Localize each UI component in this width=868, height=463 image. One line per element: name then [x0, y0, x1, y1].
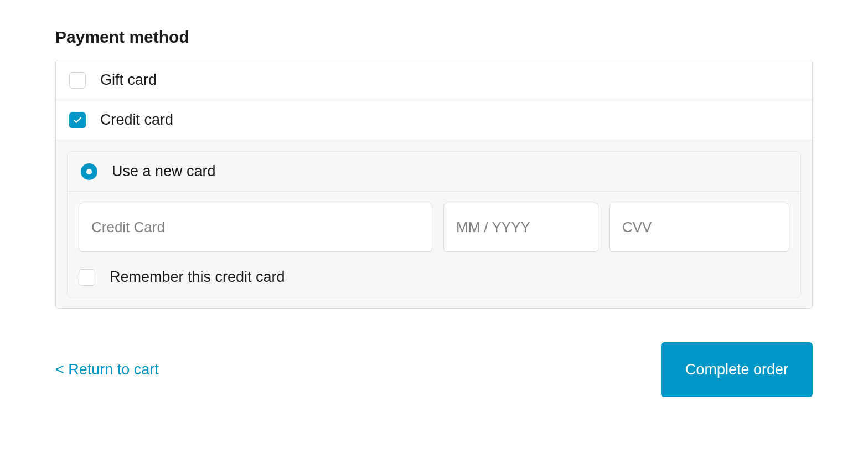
- new-card-label: Use a new card: [112, 163, 216, 180]
- remember-card-label: Remember this credit card: [110, 269, 285, 286]
- payment-method-title: Payment method: [55, 28, 813, 47]
- new-card-option[interactable]: Use a new card: [68, 152, 800, 192]
- footer-row: < Return to cart Complete order: [55, 342, 813, 397]
- complete-order-button[interactable]: Complete order: [661, 342, 813, 397]
- remember-card-checkbox[interactable]: [79, 269, 95, 286]
- card-form-body: Remember this credit card: [68, 192, 800, 297]
- radio-dot-icon: [86, 169, 92, 174]
- new-card-radio[interactable]: [81, 163, 97, 180]
- credit-card-checkbox[interactable]: [69, 112, 86, 128]
- card-number-input[interactable]: [79, 203, 432, 252]
- card-expiry-input[interactable]: [443, 203, 598, 252]
- gift-card-option[interactable]: Gift card: [56, 60, 812, 100]
- card-input-row: [79, 203, 789, 252]
- payment-methods-container: Gift card Credit card Use a new card: [55, 60, 813, 309]
- check-icon: [73, 115, 82, 125]
- gift-card-label: Gift card: [100, 71, 157, 89]
- credit-card-label: Credit card: [100, 111, 173, 128]
- return-to-cart-link[interactable]: < Return to cart: [55, 361, 159, 378]
- remember-card-option[interactable]: Remember this credit card: [79, 269, 789, 286]
- credit-card-panel: Use a new card Remember this credit card: [56, 140, 812, 308]
- credit-card-option[interactable]: Credit card: [56, 100, 812, 140]
- card-cvv-input[interactable]: [609, 203, 789, 252]
- card-form-container: Use a new card Remember this credit card: [67, 151, 801, 297]
- gift-card-checkbox[interactable]: [69, 72, 86, 89]
